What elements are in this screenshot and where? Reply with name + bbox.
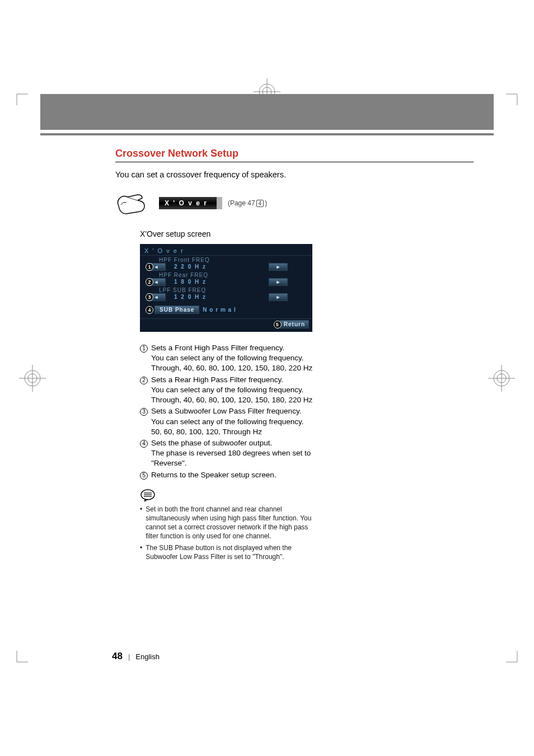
- page-content: Crossover Network Setup You can set a cr…: [40, 94, 494, 564]
- bullet-icon: •: [140, 543, 142, 561]
- footer-separator: |: [128, 652, 130, 661]
- triangle-left-icon: ◄: [154, 294, 159, 300]
- footer-language: English: [135, 652, 160, 661]
- desc-text: You can select any of the following freq…: [151, 385, 313, 395]
- sub-phase-row: 4 SUB Phase N o r m a l: [147, 306, 308, 314]
- page-ref-suffix: ): [265, 199, 267, 207]
- triangle-right-icon: ►: [276, 279, 281, 285]
- desc-text: Sets a Rear High Pass Filter frequency.: [151, 375, 313, 385]
- hpf-front-group: HPF Front FREQ 1 ◄ 2 2 0 H z ►: [144, 257, 308, 271]
- callout-marker-2: 2: [146, 278, 153, 286]
- crop-mark-icon: [6, 83, 28, 105]
- desc-text: Returns to the Speaker setup screen.: [151, 470, 313, 480]
- desc-item: 1 Sets a Front High Pass Filter frequenc…: [140, 343, 313, 374]
- return-row: 5 Return: [144, 320, 309, 328]
- increase-button[interactable]: ►: [269, 263, 288, 271]
- triangle-right-icon: ►: [276, 294, 281, 300]
- hpf-front-value: 2 2 0 H z: [168, 263, 213, 271]
- callout-ref-2: 2: [140, 375, 148, 406]
- desc-item: 5 Returns to the Speaker setup screen.: [140, 470, 313, 480]
- triangle-right-icon: ►: [276, 264, 281, 270]
- hpf-rear-group: HPF Rear FREQ 2 ◄ 1 8 0 H z ►: [144, 272, 308, 286]
- desc-text: Through, 40, 60, 80, 100, 120, 150, 180,…: [151, 363, 313, 373]
- page-number: 48: [112, 651, 123, 662]
- notes-list: •Set in both the front channel and rear …: [140, 505, 313, 561]
- header-bar: [40, 94, 494, 130]
- xover-button-group: X ' O v e r (Page 47 4 ): [159, 197, 267, 209]
- xover-screen-title: X ' O v e r: [144, 247, 308, 254]
- desc-text: Sets the phase of subwoofer output.: [151, 438, 313, 448]
- note-text: The SUB Phase button is not displayed wh…: [146, 543, 313, 561]
- desc-text: Sets a Front High Pass Filter frequency.: [151, 343, 313, 353]
- field-label: HPF Rear FREQ: [159, 272, 308, 278]
- triangle-left-icon: ◄: [154, 264, 159, 270]
- divider: [140, 255, 312, 256]
- crop-mark-icon: [506, 83, 528, 105]
- desc-text: Through, 40, 60, 80, 100, 120, 150, 180,…: [151, 395, 313, 405]
- section-title: Crossover Network Setup: [115, 148, 494, 159]
- note-text: Set in both the front channel and rear c…: [146, 505, 313, 541]
- header-subbar: [40, 133, 494, 135]
- title-rule: [115, 162, 474, 162]
- hand-row: X ' O v e r (Page 47 4 ): [115, 189, 494, 217]
- desc-text: The phase is reversed 180 degrees when s…: [151, 448, 313, 468]
- xover-screen: X ' O v e r HPF Front FREQ 1 ◄ 2 2 0 H z…: [140, 244, 312, 332]
- page-ref-prefix: (Page 47: [228, 199, 255, 207]
- triangle-left-icon: ◄: [154, 279, 159, 285]
- callout-ref-4: 4: [140, 438, 148, 469]
- screen-caption: X'Over setup screen: [140, 229, 494, 238]
- desc-text: Sets a Subwoofer Low Pass Filter frequen…: [151, 406, 313, 416]
- divider: [140, 318, 312, 319]
- callout-marker-5: 5: [274, 321, 282, 328]
- callout-ref-1: 1: [140, 343, 148, 374]
- page-ref-box: 4: [256, 200, 264, 207]
- note-icon: [140, 489, 156, 501]
- pointing-hand-icon: [115, 189, 149, 217]
- callout-marker-3: 3: [146, 293, 153, 301]
- return-button[interactable]: 5 Return: [280, 320, 309, 328]
- xover-button[interactable]: X ' O v e r: [159, 197, 222, 209]
- increase-button[interactable]: ►: [269, 293, 288, 301]
- description-list: 1 Sets a Front High Pass Filter frequenc…: [140, 343, 313, 480]
- page-footer: 48 | English: [112, 651, 160, 662]
- sub-phase-button[interactable]: SUB Phase: [154, 306, 199, 314]
- callout-marker-1: 1: [146, 263, 153, 271]
- desc-item: 3 Sets a Subwoofer Low Pass Filter frequ…: [140, 406, 313, 437]
- page-reference: (Page 47 4 ): [228, 199, 267, 207]
- callout-ref-5: 5: [140, 470, 148, 480]
- lpf-sub-value: 1 2 0 H z: [168, 293, 213, 301]
- crop-mark-icon: [6, 651, 28, 673]
- intro-text: You can set a crossover frequency of spe…: [115, 170, 494, 179]
- lpf-sub-group: LPF SUB FREQ 3 ◄ 1 2 0 H z ►: [144, 287, 308, 301]
- sub-phase-value: N o r m a l: [203, 307, 236, 313]
- return-label: Return: [284, 321, 305, 327]
- bullet-icon: •: [140, 505, 142, 541]
- callout-ref-3: 3: [140, 406, 148, 437]
- desc-text: You can select any of the following freq…: [151, 417, 313, 427]
- note-item: •Set in both the front channel and rear …: [140, 505, 313, 541]
- increase-button[interactable]: ►: [269, 278, 288, 286]
- field-label: HPF Front FREQ: [159, 257, 308, 263]
- desc-text: 50, 60, 80, 100, 120, Through Hz: [151, 427, 313, 437]
- hpf-rear-value: 1 8 0 H z: [168, 278, 213, 286]
- desc-text: You can select any of the following freq…: [151, 353, 313, 363]
- note-item: •The SUB Phase button is not displayed w…: [140, 543, 313, 561]
- field-label: LPF SUB FREQ: [159, 287, 308, 293]
- desc-item: 2 Sets a Rear High Pass Filter frequency…: [140, 375, 313, 406]
- callout-marker-4: 4: [146, 306, 153, 314]
- desc-item: 4 Sets the phase of subwoofer output. Th…: [140, 438, 313, 469]
- crop-mark-icon: [506, 651, 528, 673]
